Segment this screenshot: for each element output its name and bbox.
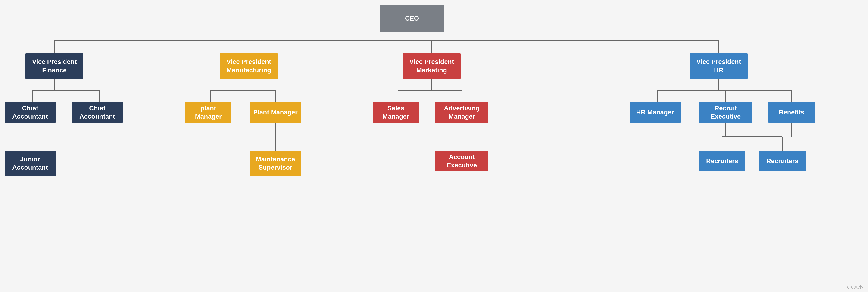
maintenance-supervisor-node: MaintenanceSupervisor: [250, 151, 301, 176]
junior-accountant-node: JuniorAccountant: [5, 151, 56, 176]
recruiters-1-node: Recruiters: [699, 151, 745, 172]
plant-manager-2-node: Plant Manager: [250, 102, 301, 123]
ceo-node: CEO: [380, 5, 444, 32]
org-chart: CEO Vice PresidentFinance Vice President…: [0, 0, 868, 292]
account-executive-node: Account Executive: [435, 151, 488, 172]
vp-finance-node: Vice PresidentFinance: [26, 53, 83, 79]
connectors: [0, 0, 868, 292]
hr-manager-node: HR Manager: [629, 102, 681, 123]
chief-accountant-1-node: Chief Accountant: [5, 102, 56, 123]
chief-accountant-2-node: Chief Accountant: [72, 102, 123, 123]
vp-manufacturing-node: Vice PresidentManufacturing: [220, 53, 278, 79]
recruit-executive-node: Recruit Executive: [699, 102, 752, 123]
advertising-manager-node: AdvertisingManager: [435, 102, 488, 123]
plant-manager-1-node: plant Manager: [185, 102, 231, 123]
recruiters-2-node: Recruiters: [759, 151, 806, 172]
benefits-node: Benefits: [769, 102, 815, 123]
vp-hr-node: Vice PresidentHR: [690, 53, 748, 79]
sales-manager-node: SalesManager: [373, 102, 419, 123]
watermark: creately: [847, 284, 863, 290]
vp-marketing-node: Vice PresidentMarketing: [403, 53, 461, 79]
